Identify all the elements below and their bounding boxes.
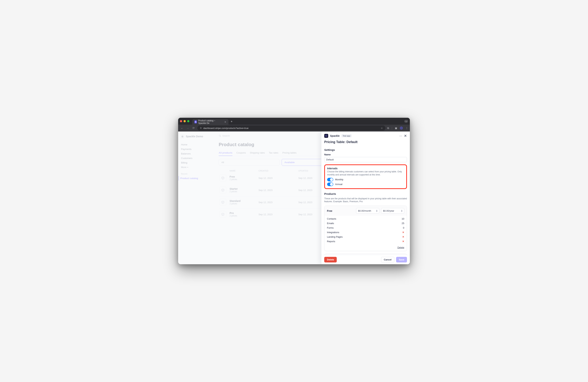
tab-overflow-button[interactable]: ⌄ [404, 120, 408, 123]
col-name: NAME [230, 170, 258, 172]
name-label: Name [324, 153, 407, 156]
x-icon: ✕ [402, 231, 404, 234]
created-cell: Sep 12, 2023 [258, 201, 298, 204]
package-icon [219, 187, 226, 193]
nav-billing[interactable]: Billing [180, 160, 212, 165]
intervals-description: Choose the billing intervals customers c… [327, 170, 404, 176]
new-tab-button[interactable]: + [231, 120, 233, 124]
feature-row: Emails25 [327, 221, 404, 226]
settings-heading: Settings [324, 148, 407, 151]
profile-avatar[interactable] [400, 126, 403, 130]
x-icon: ✕ [402, 235, 404, 238]
browser-toolbar: ← → ⟳ ⚙ dashboard.stripe.com/products?ac… [178, 125, 410, 132]
extensions-icon[interactable]: ⧉ [387, 127, 389, 130]
x-icon: ✕ [402, 240, 404, 243]
product-name: Free [230, 175, 258, 178]
sidebar: ▦ Spackle Demo Home Payments Balances Cu… [178, 132, 214, 264]
pricing-table-drawer: Spackle Test app ⋯ ✕ Pricing Table: Defa… [321, 132, 410, 264]
page-title: Product catalog [219, 142, 254, 147]
back-button[interactable]: ← [180, 127, 184, 130]
pricing-card-starter: Starter $25.00/month ▴▾ $240.00/year ▴▾ … [324, 254, 407, 255]
bookmark-star-icon[interactable]: ☆ [381, 127, 383, 130]
feature-row: Integrations✕ [327, 230, 404, 235]
workspace-logo-icon: ▦ [180, 134, 184, 138]
product-sub: 2 prices [230, 178, 258, 181]
close-window-icon[interactable] [180, 120, 182, 122]
tab-coupons[interactable]: Coupons [236, 150, 246, 156]
workspace-switcher[interactable]: ▦ Spackle Demo [180, 134, 212, 138]
url-text: dashboard.stripe.com/products?active=tru… [203, 127, 249, 130]
tab-all-products[interactable]: All products [219, 150, 232, 156]
cancel-button[interactable]: Cancel [381, 257, 394, 263]
chevron-updown-icon: ▴▾ [376, 209, 377, 212]
nav-customers[interactable]: Customers [180, 156, 212, 160]
month-price-select[interactable]: $0.00/month ▴▾ [356, 208, 379, 214]
tab-tax-rates[interactable]: Tax rates [269, 150, 278, 156]
window-controls [180, 120, 189, 122]
save-button[interactable]: Save [396, 257, 407, 263]
maximize-window-icon[interactable] [187, 120, 189, 122]
menu-icon[interactable]: ⋮ [405, 127, 408, 130]
recent-label: Recent [181, 173, 212, 175]
nav-payments[interactable]: Payments [180, 147, 212, 151]
monthly-toggle[interactable] [327, 178, 333, 181]
product-sub: 2 prices [230, 190, 258, 193]
more-icon[interactable]: ⋯ [399, 134, 402, 138]
stripe-favicon-icon: S [194, 120, 197, 123]
nav-more[interactable]: More + [180, 165, 212, 170]
pricing-card-free: Free $0.00/month ▴▾ $0.00/year ▴▾ Contac… [324, 206, 407, 251]
card-name: Free [327, 210, 354, 212]
created-cell: Sep 12, 2023 [258, 213, 298, 216]
intervals-heading: Intervals [327, 167, 404, 170]
search-placeholder: Search [222, 134, 230, 137]
card-delete-link[interactable]: Delete [397, 246, 404, 249]
delete-button[interactable]: Delete [324, 257, 337, 263]
search-icon [219, 134, 221, 137]
name-field[interactable] [324, 157, 407, 162]
annual-toggle[interactable] [327, 183, 333, 186]
forward-button[interactable]: → [186, 127, 190, 130]
product-sub: 2 prices [230, 214, 258, 217]
year-price-value: $0.00/year [383, 210, 394, 212]
tab-pricing-tables[interactable]: Pricing tables [282, 150, 296, 156]
created-cell: Sep 12, 2023 [258, 189, 298, 191]
package-icon [219, 211, 226, 218]
spackle-logo-icon [324, 134, 328, 138]
site-settings-icon[interactable]: ⚙ [200, 127, 202, 129]
app-name: Spackle [330, 134, 340, 137]
browser-tab[interactable]: S Product catalog – Spackle De ✕ [192, 119, 229, 125]
nav-balances[interactable]: Balances [180, 151, 212, 156]
chevron-updown-icon: ▴▾ [401, 209, 402, 212]
browser-window: S Product catalog – Spackle De ✕ + ⌄ ← →… [178, 118, 410, 264]
divider-icon: | [392, 127, 392, 130]
stripe-app: ▦ Spackle Demo Home Payments Balances Cu… [178, 132, 410, 264]
nav-home[interactable]: Home [180, 142, 212, 147]
workspace-name: Spackle Demo [186, 135, 203, 138]
reload-button[interactable]: ⟳ [191, 126, 195, 130]
monthly-label: Monthly [335, 178, 343, 181]
tab-shipping-rates[interactable]: Shipping rates [250, 150, 265, 156]
minimize-window-icon[interactable] [184, 120, 186, 122]
feature-row: Landing Pages✕ [327, 235, 404, 239]
tab-title: Product catalog – Spackle De [198, 119, 222, 124]
annual-label: Annual [335, 183, 342, 186]
package-icon [219, 174, 226, 181]
year-price-select[interactable]: $0.00/year ▴▾ [381, 208, 404, 214]
feature-row: Reports✕ [327, 239, 404, 244]
product-sub: 2 prices [230, 202, 258, 205]
seg-all[interactable]: All [219, 159, 279, 166]
drawer-title: Pricing Table: Default [321, 140, 410, 147]
product-name: Standard [230, 199, 258, 202]
product-name: Starter [230, 187, 258, 190]
package-icon [219, 199, 226, 206]
svg-line-1 [220, 136, 221, 137]
feature-row: Forms0 [327, 226, 404, 230]
feature-row: Contacts10 [327, 216, 404, 221]
month-price-value: $0.00/month [358, 210, 371, 212]
close-icon[interactable]: ✕ [404, 134, 407, 138]
close-tab-icon[interactable]: ✕ [224, 121, 226, 123]
created-cell: Sep 12, 2023 [258, 177, 298, 179]
panel-icon[interactable]: ▣ [395, 127, 397, 130]
address-bar[interactable]: ⚙ dashboard.stripe.com/products?active=t… [197, 126, 385, 131]
nav-product-catalog[interactable]: Product catalog [178, 176, 212, 180]
